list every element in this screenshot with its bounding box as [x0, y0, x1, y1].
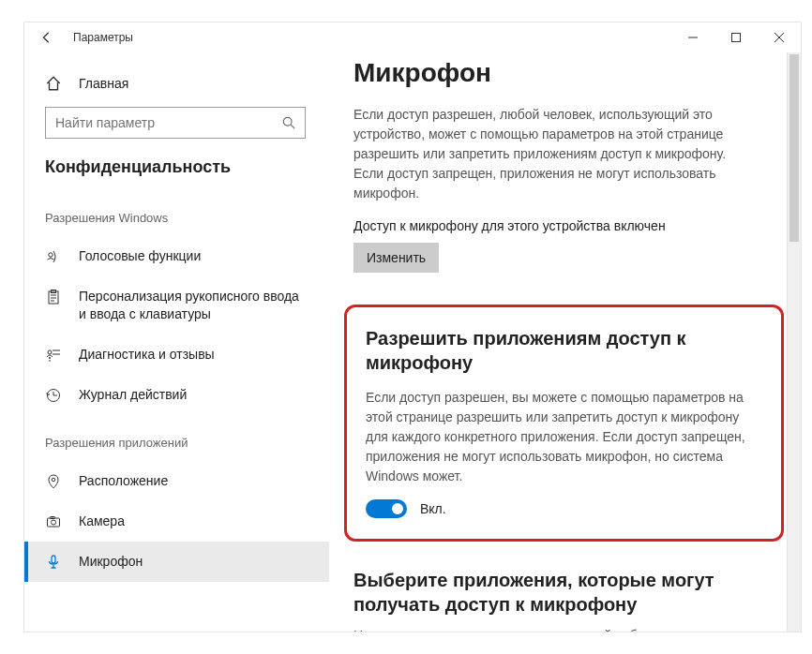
home-icon	[45, 75, 62, 92]
minimize-icon	[688, 33, 698, 42]
svg-rect-12	[52, 556, 55, 563]
sidebar: Главная Конфиденциальность Разрешения Wi…	[24, 52, 329, 632]
choose-apps-desc: Некоторым приложениям для правильной раб…	[353, 626, 738, 632]
change-button[interactable]: Изменить	[353, 243, 439, 273]
svg-point-8	[52, 478, 55, 482]
svg-point-1	[283, 117, 292, 126]
sidebar-home[interactable]: Главная	[24, 66, 329, 101]
svg-rect-0	[732, 34, 741, 42]
content-area: Главная Конфиденциальность Разрешения Wi…	[24, 52, 801, 632]
sidebar-section-windows-permissions: Разрешения Windows	[24, 190, 329, 236]
titlebar: Параметры	[24, 22, 801, 52]
scrollbar[interactable]	[787, 52, 801, 632]
minimize-button[interactable]	[671, 22, 714, 52]
search-wrap	[24, 101, 329, 157]
svg-point-10	[52, 520, 56, 525]
allow-apps-toggle-label: Вкл.	[420, 501, 446, 516]
sidebar-item-inking[interactable]: Персонализация рукописного ввода и ввода…	[24, 276, 329, 334]
sidebar-item-label: Персонализация рукописного ввода и ввода…	[79, 288, 308, 323]
settings-window: Параметры Главная	[23, 22, 802, 632]
search-input[interactable]	[55, 115, 282, 130]
maximize-icon	[731, 33, 741, 42]
sidebar-item-label: Расположение	[79, 472, 168, 490]
sidebar-item-label: Микрофон	[79, 553, 143, 571]
sidebar-home-label: Главная	[79, 76, 128, 91]
allow-apps-toggle-row: Вкл.	[366, 499, 762, 518]
feedback-icon	[45, 347, 62, 364]
arrow-left-icon	[40, 31, 53, 44]
search-icon	[282, 116, 295, 129]
sidebar-item-label: Камера	[79, 513, 125, 530]
sidebar-item-label: Диагностика и отзывы	[79, 346, 215, 364]
microphone-icon	[45, 554, 62, 571]
voice-icon	[45, 248, 62, 265]
history-icon	[45, 387, 62, 404]
svg-rect-9	[48, 518, 60, 527]
svg-point-2	[49, 253, 53, 257]
device-access-status: Доступ к микрофону для этого устройства …	[353, 218, 778, 233]
sidebar-item-location[interactable]: Расположение	[24, 461, 329, 501]
choose-apps-title: Выберите приложения, которые могут получ…	[353, 568, 738, 617]
camera-icon	[45, 513, 62, 530]
intro-text: Если доступ разрешен, любой человек, исп…	[353, 105, 738, 203]
sidebar-item-microphone[interactable]: Микрофон	[24, 542, 329, 582]
sidebar-item-activity[interactable]: Журнал действий	[24, 375, 329, 415]
allow-apps-toggle[interactable]	[366, 499, 407, 518]
svg-point-5	[48, 350, 52, 354]
svg-point-6	[49, 357, 51, 359]
window-controls	[671, 22, 801, 52]
sidebar-section-app-permissions: Разрешения приложений	[24, 415, 329, 461]
search-box[interactable]	[45, 107, 306, 139]
sidebar-item-camera[interactable]: Камера	[24, 501, 329, 542]
maximize-button[interactable]	[714, 22, 758, 52]
sidebar-item-label: Журнал действий	[79, 386, 187, 404]
sidebar-item-diagnostics[interactable]: Диагностика и отзывы	[24, 334, 329, 375]
allow-apps-desc: Если доступ разрешен, вы можете с помощь…	[366, 388, 750, 486]
back-button[interactable]	[34, 24, 60, 51]
sidebar-item-label: Голосовые функции	[79, 247, 201, 265]
location-icon	[45, 473, 62, 490]
clipboard-icon	[45, 289, 62, 305]
allow-apps-title: Разрешить приложениям доступ к микрофону	[366, 326, 762, 375]
close-icon	[774, 33, 784, 42]
main-panel: Микрофон Если доступ разрешен, любой чел…	[329, 52, 801, 632]
allow-apps-section: Разрешить приложениям доступ к микрофону…	[344, 305, 784, 542]
window-title: Параметры	[73, 31, 133, 44]
close-button[interactable]	[758, 22, 801, 52]
sidebar-item-voice[interactable]: Голосовые функции	[24, 236, 329, 276]
category-title: Конфиденциальность	[24, 157, 329, 190]
page-title: Микрофон	[353, 58, 778, 88]
